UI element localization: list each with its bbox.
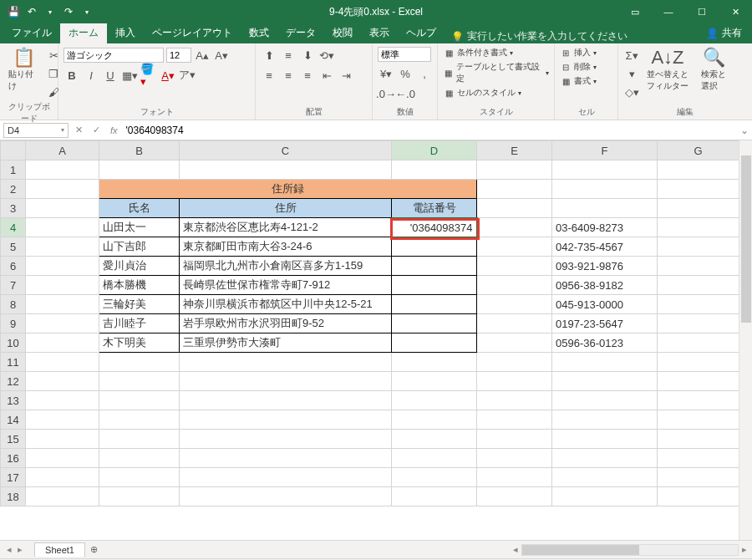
cell-name[interactable]: 愛川貞治 <box>99 257 180 276</box>
row-header[interactable]: 6 <box>1 257 26 276</box>
cell-addr[interactable]: 三重県伊勢市大湊町 <box>180 333 392 353</box>
grow-font-icon[interactable]: A▴ <box>194 47 211 64</box>
percent-icon[interactable]: % <box>397 65 414 82</box>
row-header[interactable]: 8 <box>1 295 26 314</box>
cell-addr[interactable]: 長崎県佐世保市権常寺町7-912 <box>180 276 392 295</box>
fx-icon[interactable]: fx <box>105 125 123 135</box>
col-header-c[interactable]: C <box>180 141 392 160</box>
row-header[interactable]: 16 <box>1 449 26 468</box>
paste-button[interactable]: 📋 貼り付け <box>5 47 42 94</box>
enter-formula-icon[interactable]: ✓ <box>88 125 105 135</box>
scroll-right-icon[interactable]: ▸ <box>742 544 747 555</box>
comma-icon[interactable]: , <box>416 65 433 82</box>
row-header[interactable]: 7 <box>1 276 26 295</box>
insert-cells-button[interactable]: ⊞挿入▾ <box>560 47 597 59</box>
col-header-b[interactable]: B <box>99 141 180 160</box>
cell-addr[interactable]: 福岡県北九州市小倉南区喜多方1-159 <box>180 257 392 276</box>
font-color-button[interactable]: A▾ <box>160 67 176 84</box>
sheet-tab[interactable]: Sheet1 <box>34 542 85 557</box>
cell-addr[interactable]: 東京都町田市南大谷3-24-6 <box>180 237 392 257</box>
redo-icon[interactable]: ↷ <box>62 5 75 18</box>
cell-name[interactable]: 木下明美 <box>99 333 180 353</box>
cell-addr[interactable]: 神奈川県横浜市都筑区中川中央12-5-21 <box>180 295 392 314</box>
cell-tel[interactable] <box>392 295 477 314</box>
cell-tel[interactable] <box>392 333 477 353</box>
col-header-g[interactable]: G <box>658 141 739 160</box>
col-header-f[interactable]: F <box>552 141 658 160</box>
conditional-format-button[interactable]: ▦条件付き書式▾ <box>443 47 513 59</box>
currency-icon[interactable]: ¥▾ <box>378 65 394 82</box>
underline-button[interactable]: U <box>102 67 119 84</box>
row-header[interactable]: 14 <box>1 410 26 430</box>
phonetic-button[interactable]: ア▾ <box>179 67 196 84</box>
align-bottom-icon[interactable]: ⬇ <box>299 47 316 64</box>
active-cell[interactable]: '0364098374 <box>392 218 477 237</box>
cell-name[interactable]: 山田太一 <box>99 218 180 237</box>
tab-review[interactable]: 校閲 <box>324 23 361 43</box>
row-header[interactable]: 15 <box>1 430 26 449</box>
clear-icon[interactable]: ◇▾ <box>623 84 640 100</box>
cell-styles-button[interactable]: ▦セルのスタイル▾ <box>443 87 521 99</box>
tab-formulas[interactable]: 数式 <box>241 23 277 43</box>
sheet-nav[interactable]: ◂ ▸ <box>0 544 31 555</box>
share-button[interactable]: 👤 共有 <box>696 23 752 43</box>
number-format-combo[interactable] <box>378 47 431 62</box>
formula-input[interactable] <box>123 120 737 140</box>
tab-data[interactable]: データ <box>277 23 324 43</box>
cell-tel[interactable] <box>392 257 477 276</box>
undo-dropdown-icon[interactable]: ▾ <box>43 5 57 18</box>
bold-button[interactable]: B <box>64 67 80 84</box>
row-header[interactable]: 1 <box>1 160 26 180</box>
tab-view[interactable]: 表示 <box>361 23 398 43</box>
vertical-scrollbar[interactable] <box>739 140 752 540</box>
autosum-icon[interactable]: Σ▾ <box>623 47 640 64</box>
cell-name[interactable]: 山下吉郎 <box>99 237 180 257</box>
col-header-e[interactable]: E <box>477 141 552 160</box>
close-button[interactable]: ✕ <box>719 0 752 23</box>
scroll-left-icon[interactable]: ◂ <box>513 544 518 555</box>
row-header[interactable]: 12 <box>1 372 26 391</box>
new-sheet-button[interactable]: ⊕ <box>85 544 104 555</box>
format-cells-button[interactable]: ▦書式▾ <box>560 75 597 87</box>
indent-dec-icon[interactable]: ⇤ <box>318 67 335 84</box>
tab-file[interactable]: ファイル <box>3 23 60 43</box>
cell-name[interactable]: 三輪好美 <box>99 295 180 314</box>
cell-addr[interactable]: 岩手県欧州市水沢羽田町9-52 <box>180 314 392 333</box>
align-right-icon[interactable]: ≡ <box>299 67 316 84</box>
align-center-icon[interactable]: ≡ <box>280 67 297 84</box>
tell-me[interactable]: 💡 実行したい作業を入力してください <box>451 29 628 43</box>
dec-decimal-icon[interactable]: ←.0 <box>397 85 414 102</box>
row-header[interactable]: 3 <box>1 199 26 218</box>
tab-help[interactable]: ヘルプ <box>398 23 445 43</box>
row-header[interactable]: 10 <box>1 333 26 353</box>
font-size-combo[interactable] <box>166 48 191 63</box>
scrollbar-thumb[interactable] <box>522 545 639 555</box>
fill-icon[interactable]: ▾ <box>623 65 640 82</box>
row-header[interactable]: 9 <box>1 314 26 333</box>
shrink-font-icon[interactable]: A▾ <box>213 47 230 64</box>
table-header-addr[interactable]: 住所 <box>180 199 392 218</box>
col-header-a[interactable]: A <box>26 141 99 160</box>
row-header[interactable]: 17 <box>1 468 26 487</box>
name-box-dropdown-icon[interactable]: ▾ <box>61 126 64 134</box>
expand-formula-bar-icon[interactable]: ⌄ <box>737 125 752 136</box>
cell-tel[interactable] <box>392 314 477 333</box>
cell-f[interactable]: 03-6409-8273 <box>552 218 658 237</box>
cell-addr[interactable]: 東京都渋谷区恵比寿4-121-2 <box>180 218 392 237</box>
cell-f[interactable]: 042-735-4567 <box>552 237 658 257</box>
delete-cells-button[interactable]: ⊟削除▾ <box>560 61 597 73</box>
row-header[interactable]: 13 <box>1 391 26 410</box>
cell-f[interactable]: 0596-36-0123 <box>552 333 658 353</box>
align-left-icon[interactable]: ≡ <box>261 67 277 84</box>
save-icon[interactable]: 💾 <box>7 5 20 18</box>
scrollbar-thumb[interactable] <box>741 155 751 323</box>
tab-insert[interactable]: 挿入 <box>107 23 144 43</box>
align-top-icon[interactable]: ⬆ <box>261 47 277 64</box>
name-box[interactable]: D4 ▾ <box>3 123 69 138</box>
row-header[interactable]: 4 <box>1 218 26 237</box>
minimize-button[interactable]: — <box>652 0 685 23</box>
format-as-table-button[interactable]: ▦テーブルとして書式設定▾ <box>443 61 549 84</box>
font-name-combo[interactable] <box>64 48 164 63</box>
row-header[interactable]: 2 <box>1 180 26 199</box>
cell-f[interactable]: 0956-38-9182 <box>552 276 658 295</box>
